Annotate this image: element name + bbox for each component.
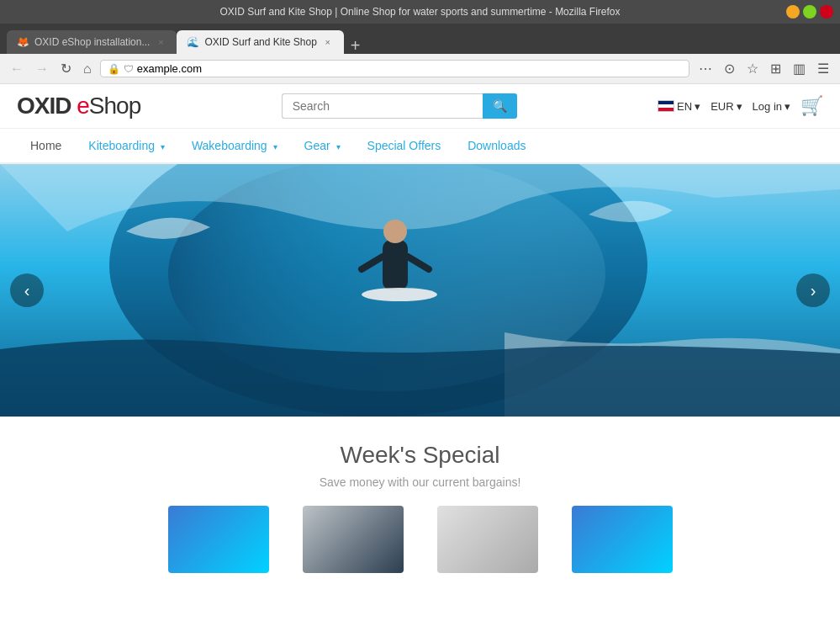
menu-button[interactable]: ☰ [813, 59, 833, 78]
product-card-4[interactable] [563, 506, 681, 573]
specials-items [17, 506, 823, 573]
sidebar-button[interactable]: ▥ [789, 59, 810, 78]
nav-item-home[interactable]: Home [17, 129, 75, 162]
search-input[interactable] [282, 93, 483, 119]
close-button[interactable] [820, 5, 833, 19]
wave-background [0, 164, 840, 417]
maximize-button[interactable] [803, 5, 816, 19]
forward-button[interactable]: → [32, 60, 52, 78]
logo: OXID eShop [17, 93, 140, 119]
hero-slider: ‹ › [0, 164, 840, 417]
os-titlebar: OXID Surf and Kite Shop | Online Shop fo… [0, 0, 840, 24]
shop-header: OXID eShop 🔍 EN ▾ EUR ▾ Log in ▾ 🛒 [0, 84, 840, 129]
tab2-label: OXID Surf and Kite Shop [204, 36, 316, 48]
cart-icon[interactable]: 🛒 [800, 95, 823, 117]
shield-icon: 🛡 [124, 63, 134, 75]
browser-chrome: 🦊 OXID eShop installation... × 🌊 OXID Su… [0, 24, 840, 84]
tab1-close-button[interactable]: × [155, 36, 166, 48]
product-image-1 [168, 506, 269, 573]
lock-icon: 🔒 [108, 63, 120, 75]
wakeboarding-caret-icon: ▾ [273, 142, 277, 151]
search-area: 🔍 [140, 93, 658, 119]
pocket-button[interactable]: ⊙ [720, 59, 739, 78]
minimize-button[interactable] [786, 5, 800, 19]
nav-list: Home Kiteboarding ▾ Wakeboarding ▾ Gear … [17, 129, 823, 162]
hero-image [0, 164, 840, 417]
login-button[interactable]: Log in ▾ [753, 100, 790, 113]
tab1-favicon: 🦊 [17, 36, 29, 48]
svg-point-4 [383, 220, 407, 243]
address-bar-input-wrapper: 🔒 🛡 [100, 60, 689, 77]
product-image-4 [572, 506, 673, 573]
nav-kiteboarding-label: Kiteboarding [88, 139, 155, 152]
reload-button[interactable]: ↻ [57, 59, 75, 78]
flag-icon [658, 100, 674, 112]
address-input[interactable] [137, 62, 682, 75]
slider-prev-icon: ‹ [24, 281, 30, 300]
home-button[interactable]: ⌂ [80, 60, 95, 78]
shop-content: OXID eShop 🔍 EN ▾ EUR ▾ Log in ▾ 🛒 [0, 84, 840, 581]
tab-bar: 🦊 OXID eShop installation... × 🌊 OXID Su… [0, 24, 840, 54]
slider-next-icon: › [811, 281, 816, 300]
kiteboarding-caret-icon: ▾ [161, 142, 165, 151]
logo-oxid: OXID [17, 93, 77, 119]
header-right: EN ▾ EUR ▾ Log in ▾ 🛒 [658, 95, 823, 117]
specials-title: Week's Special [17, 442, 823, 469]
login-caret-icon: ▾ [785, 100, 790, 113]
browser-right-controls: ⋯ ⊙ ☆ ⊞ ▥ ☰ [695, 59, 833, 78]
lang-label: EN [677, 100, 692, 113]
nav-item-kiteboarding[interactable]: Kiteboarding ▾ [75, 129, 178, 162]
svg-point-7 [362, 288, 437, 301]
nav-downloads-label: Downloads [468, 139, 526, 152]
product-card-3[interactable] [429, 506, 547, 573]
search-form: 🔍 [282, 93, 517, 119]
slider-next-button[interactable]: › [796, 273, 830, 307]
language-selector[interactable]: EN ▾ [658, 100, 700, 113]
lang-caret-icon: ▾ [695, 100, 700, 113]
star-button[interactable]: ☆ [742, 59, 763, 78]
library-button[interactable]: ⊞ [766, 59, 785, 78]
main-nav: Home Kiteboarding ▾ Wakeboarding ▾ Gear … [0, 129, 840, 164]
address-bar: ← → ↻ ⌂ 🔒 🛡 ⋯ ⊙ ☆ ⊞ ▥ ☰ [0, 54, 840, 84]
nav-gear-label: Gear [304, 139, 330, 152]
back-button[interactable]: ← [7, 60, 27, 78]
browser-tab-2[interactable]: 🌊 OXID Surf and Kite Shop × [177, 30, 343, 54]
login-label: Log in [753, 100, 782, 113]
nav-home-label: Home [30, 139, 61, 152]
window-title: OXID Surf and Kite Shop | Online Shop fo… [220, 6, 621, 18]
nav-item-gear[interactable]: Gear ▾ [291, 129, 354, 162]
os-window-controls [786, 5, 833, 19]
nav-special-offers-label: Special Offers [367, 139, 441, 152]
svg-rect-3 [383, 240, 408, 290]
product-card-1[interactable] [160, 506, 277, 573]
logo-shop: Shop [89, 93, 140, 119]
nav-item-special-offers[interactable]: Special Offers [354, 129, 455, 162]
search-button[interactable]: 🔍 [483, 93, 517, 119]
tab2-close-button[interactable]: × [322, 36, 334, 48]
tab2-favicon: 🌊 [187, 36, 199, 48]
product-image-3 [437, 506, 538, 573]
specials-subtitle: Save money with our current bargains! [17, 475, 823, 489]
slider-prev-button[interactable]: ‹ [10, 273, 44, 307]
nav-item-downloads[interactable]: Downloads [454, 129, 539, 162]
product-card-2[interactable] [294, 506, 412, 573]
gear-caret-icon: ▾ [336, 142, 341, 151]
currency-label: EUR [711, 100, 733, 113]
nav-item-wakeboarding[interactable]: Wakeboarding ▾ [178, 129, 291, 162]
tab1-label: OXID eShop installation... [34, 36, 150, 48]
bookmarks-button[interactable]: ⋯ [695, 59, 716, 78]
logo-e: e [77, 93, 89, 119]
new-tab-button[interactable]: + [344, 37, 367, 54]
nav-wakeboarding-label: Wakeboarding [192, 139, 267, 152]
browser-tab-1[interactable]: 🦊 OXID eShop installation... × [7, 30, 177, 54]
product-image-2 [303, 506, 404, 573]
specials-section: Week's Special Save money with our curre… [0, 417, 840, 581]
currency-caret-icon: ▾ [737, 100, 742, 113]
currency-selector[interactable]: EUR ▾ [711, 100, 742, 113]
